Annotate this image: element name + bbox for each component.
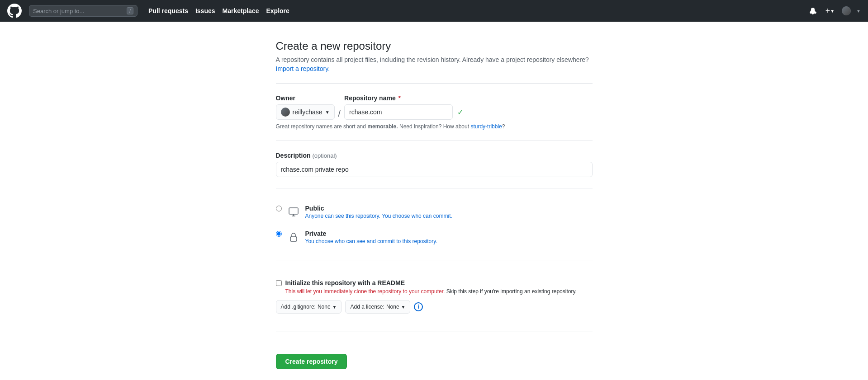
- readme-skip: Skip this step if you're importing an ex…: [446, 288, 577, 295]
- repo-name-hint: Great repository names are short and mem…: [276, 123, 593, 130]
- valid-checkmark: ✓: [457, 108, 463, 117]
- readme-section: Initialize this repository with a README…: [276, 272, 593, 321]
- description-group: Description (optional): [276, 152, 593, 177]
- repo-name-col: Repository name * ✓: [344, 94, 463, 120]
- suggestion-link[interactable]: sturdy-tribble: [470, 123, 502, 130]
- divider-4: [276, 261, 593, 261]
- owner-caret: ▼: [325, 110, 330, 115]
- repo-name-label: Repository name *: [344, 94, 463, 102]
- search-kbd: /: [127, 7, 133, 14]
- navbar: / Pull requests Issues Marketplace Explo…: [0, 0, 868, 22]
- new-menu-button[interactable]: + ▼: [824, 5, 836, 18]
- init-readme-checkbox[interactable]: [276, 280, 282, 286]
- private-label: Private: [305, 230, 437, 237]
- owner-avatar: [281, 108, 290, 117]
- owner-value: reillychase: [293, 108, 323, 116]
- owner-dropdown[interactable]: reillychase ▼: [276, 104, 335, 120]
- gitignore-label: Add .gitignore:: [281, 304, 316, 310]
- divider-1: [276, 83, 593, 84]
- private-option: Private You choose who can see and commi…: [276, 225, 593, 250]
- private-icon: [286, 230, 301, 244]
- create-repository-button[interactable]: Create repository: [276, 354, 347, 369]
- navbar-right: + ▼ ▼: [807, 5, 861, 18]
- license-label: Add a license:: [350, 304, 384, 310]
- private-radio[interactable]: [276, 231, 282, 237]
- issues-link[interactable]: Issues: [195, 7, 215, 14]
- readme-text: Initialize this repository with a README…: [285, 279, 577, 295]
- svg-rect-0: [289, 208, 298, 214]
- info-icon[interactable]: i: [414, 302, 423, 311]
- nav-links: Pull requests Issues Marketplace Explore: [148, 7, 289, 14]
- gitignore-value: None: [318, 304, 331, 310]
- required-marker: *: [398, 94, 401, 102]
- main-content: Create a new repository A repository con…: [267, 22, 602, 380]
- page-title: Create a new repository: [276, 40, 593, 52]
- owner-label: Owner: [276, 94, 335, 102]
- public-desc: Anyone can see this repository. You choo…: [305, 213, 452, 219]
- search-input[interactable]: [33, 8, 124, 14]
- path-separator: /: [338, 108, 341, 120]
- divider-5: [276, 332, 593, 332]
- readme-label[interactable]: Initialize this repository with a README: [285, 279, 405, 286]
- public-label: Public: [305, 205, 452, 212]
- divider-3: [276, 188, 593, 188]
- owner-repo-row: Owner reillychase ▼ / Repository name * …: [276, 94, 593, 120]
- private-desc: You choose who can see and commit to thi…: [305, 238, 437, 244]
- github-logo[interactable]: [7, 4, 22, 18]
- avatar-caret: ▼: [856, 9, 861, 14]
- search-bar[interactable]: /: [29, 5, 138, 17]
- public-text: Public Anyone can see this repository. Y…: [305, 205, 452, 219]
- license-dropdown[interactable]: Add a license: None ▼: [345, 300, 410, 314]
- optional-marker: (optional): [312, 152, 337, 159]
- license-caret: ▼: [401, 305, 406, 310]
- divider-2: [276, 141, 593, 141]
- gitignore-dropdown[interactable]: Add .gitignore: None ▼: [276, 300, 342, 314]
- readme-row: Initialize this repository with a README…: [276, 279, 593, 295]
- import-link[interactable]: Import a repository.: [276, 65, 330, 72]
- description-label: Description (optional): [276, 152, 593, 159]
- private-text: Private You choose who can see and commi…: [305, 230, 437, 244]
- notifications-button[interactable]: [807, 5, 818, 16]
- readme-desc: This will let you immediately clone the …: [285, 288, 577, 295]
- public-option: Public Anyone can see this repository. Y…: [276, 199, 593, 225]
- svg-rect-3: [290, 237, 297, 241]
- public-radio[interactable]: [276, 206, 282, 211]
- marketplace-link[interactable]: Marketplace: [223, 7, 259, 14]
- license-value: None: [386, 304, 399, 310]
- user-avatar[interactable]: [842, 6, 851, 15]
- explore-link[interactable]: Explore: [266, 7, 289, 14]
- dropdown-row: Add .gitignore: None ▼ Add a license: No…: [276, 300, 593, 314]
- pull-requests-link[interactable]: Pull requests: [148, 7, 188, 14]
- repo-name-input[interactable]: [344, 104, 453, 120]
- owner-col: Owner reillychase ▼: [276, 94, 335, 120]
- description-input[interactable]: [276, 162, 593, 177]
- gitignore-caret: ▼: [332, 305, 337, 310]
- public-icon: [286, 205, 301, 219]
- page-subtitle: A repository contains all project files,…: [276, 56, 593, 63]
